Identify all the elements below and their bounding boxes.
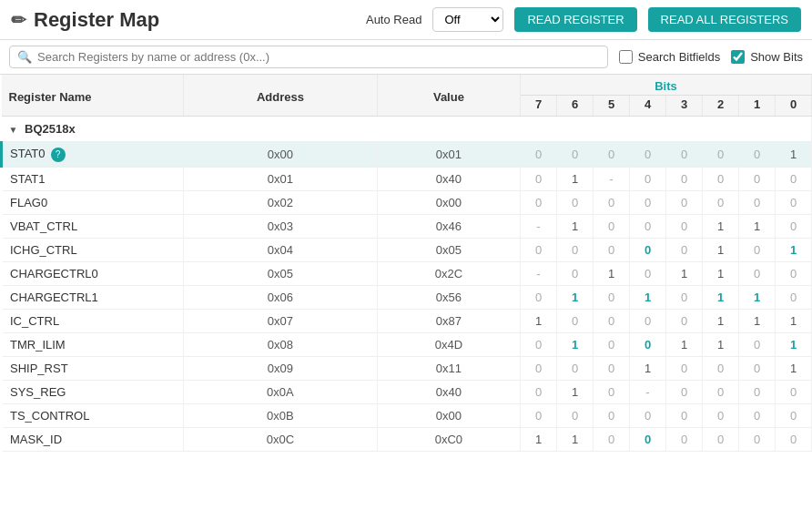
group-label: ▼ BQ2518x xyxy=(2,117,812,142)
bit-value: 0 xyxy=(717,433,724,446)
bit-cell: 0 xyxy=(703,404,739,428)
reg-value: 0x05 xyxy=(377,239,520,262)
bit-value: 0 xyxy=(754,338,760,352)
bit-cell: 1 xyxy=(557,215,594,239)
search-input[interactable] xyxy=(37,50,600,64)
bit-value: 0 xyxy=(645,172,651,186)
table-row[interactable]: FLAG0 0x02 0x00 00000000 xyxy=(2,191,812,215)
bit-cell: 0 xyxy=(739,333,776,357)
table-row[interactable]: IC_CTRL 0x07 0x87 10000111 xyxy=(2,310,812,333)
bit-cell: 1 xyxy=(666,333,703,357)
bit-cell: 0 xyxy=(739,239,776,262)
table-row[interactable]: TMR_ILIM 0x08 0x4D 01001101 xyxy=(2,333,812,357)
bit-value: 0 xyxy=(608,362,614,375)
bit-cell: 0 xyxy=(630,239,666,262)
bit-cell: 1 xyxy=(630,286,666,310)
bit-cell: 0 xyxy=(776,168,812,191)
reg-address: 0x06 xyxy=(184,286,378,310)
table-row[interactable]: CHARGECTRL1 0x06 0x56 01010110 xyxy=(2,286,812,310)
bit-cell: 0 xyxy=(594,404,630,428)
bit-value: 0 xyxy=(645,243,651,257)
bit-col-0: 0 xyxy=(776,96,812,117)
bit-cell: 0 xyxy=(630,404,666,428)
bit-value: 1 xyxy=(790,314,797,328)
bit-cell: 1 xyxy=(557,381,594,404)
bit-value: 0 xyxy=(717,385,724,399)
bit-value: 1 xyxy=(572,172,578,186)
bit-value: 0 xyxy=(608,148,614,161)
bit-cell: 0 xyxy=(703,357,739,381)
bit-col-6: 6 xyxy=(557,96,594,117)
bit-cell: 0 xyxy=(739,404,776,428)
reg-address: 0x03 xyxy=(184,215,378,239)
bit-value: 1 xyxy=(645,290,651,304)
table-row[interactable]: SHIP_RST 0x09 0x11 00010001 xyxy=(2,357,812,381)
bit-value: 0 xyxy=(681,243,687,257)
bit-value: 0 xyxy=(717,172,724,186)
search-container: 🔍 xyxy=(9,46,608,68)
search-bitfields-checkbox[interactable] xyxy=(619,50,633,64)
table-row[interactable]: MASK_ID 0x0C 0xC0 11000000 xyxy=(2,428,812,452)
read-register-button[interactable]: READ REGISTER xyxy=(514,7,636,32)
table-row[interactable]: STAT0? 0x00 0x01 00000001 xyxy=(2,142,812,168)
bit-cell: 0 xyxy=(557,239,594,262)
read-all-registers-button[interactable]: READ ALL REGISTERS xyxy=(648,7,801,32)
triangle-icon: ▼ xyxy=(9,125,18,135)
bit-value: - xyxy=(645,385,649,399)
bit-cell: 0 xyxy=(630,168,666,191)
table-row[interactable]: CHARGECTRL0 0x05 0x2C -0101100 xyxy=(2,262,812,286)
table-row[interactable]: TS_CONTROL 0x0B 0x00 00000000 xyxy=(2,404,812,428)
reg-name: ICHG_CTRL xyxy=(2,239,184,262)
bit-cell: 0 xyxy=(557,357,594,381)
bit-cell: 1 xyxy=(557,333,594,357)
auto-read-select[interactable]: Off 100ms 500ms 1s 5s xyxy=(432,7,503,32)
bit-cell: 0 xyxy=(630,262,666,286)
table-row[interactable]: ICHG_CTRL 0x04 0x05 00000101 xyxy=(2,239,812,262)
help-icon[interactable]: ? xyxy=(51,148,66,162)
bit-cell: 0 xyxy=(666,381,703,404)
bit-cell: 1 xyxy=(521,428,557,452)
bit-cell: 0 xyxy=(739,262,776,286)
bit-cell: 0 xyxy=(739,381,776,404)
search-icon: 🔍 xyxy=(17,50,32,64)
reg-value: 0x00 xyxy=(377,404,520,428)
bit-value: 0 xyxy=(645,314,651,328)
reg-value: 0x40 xyxy=(377,381,520,404)
bit-cell: 1 xyxy=(703,215,739,239)
table-row[interactable]: VBAT_CTRL 0x03 0x46 -1000110 xyxy=(2,215,812,239)
show-bits-label[interactable]: Show Bits xyxy=(750,50,803,64)
show-bits-checkbox[interactable] xyxy=(731,50,745,64)
search-bitfields-label[interactable]: Search Bitfields xyxy=(638,50,720,64)
bit-cell: 0 xyxy=(594,357,630,381)
bit-value: 1 xyxy=(717,338,724,352)
group-name: BQ2518x xyxy=(25,122,76,136)
bit-value: 0 xyxy=(608,338,614,352)
bit-cell: 0 xyxy=(594,381,630,404)
reg-address: 0x0A xyxy=(184,381,378,404)
group-row-bq2518x[interactable]: ▼ BQ2518x xyxy=(2,117,812,142)
reg-address: 0x05 xyxy=(184,262,378,286)
bit-cell: 0 xyxy=(703,168,739,191)
bit-cell: 1 xyxy=(703,286,739,310)
bit-value: 1 xyxy=(535,314,542,328)
bit-cell: 0 xyxy=(557,262,594,286)
bit-cell: 0 xyxy=(521,333,557,357)
bit-cell: 0 xyxy=(666,239,703,262)
bit-cell: 1 xyxy=(776,333,812,357)
bit-value: 0 xyxy=(535,243,542,257)
bit-value: 0 xyxy=(608,219,614,233)
bit-cell: 1 xyxy=(776,142,812,168)
bit-cell: 0 xyxy=(594,191,630,215)
bit-cell: 0 xyxy=(557,191,594,215)
bit-value: 0 xyxy=(572,196,578,209)
reg-value: 0x01 xyxy=(377,142,520,168)
bit-col-7: 7 xyxy=(521,96,557,117)
reg-value: 0x4D xyxy=(377,333,520,357)
bit-value: 0 xyxy=(535,385,542,399)
bit-value: 0 xyxy=(790,433,797,446)
reg-name: CHARGECTRL1 xyxy=(2,286,184,310)
table-row[interactable]: STAT1 0x01 0x40 01-00000 xyxy=(2,168,812,191)
table-row[interactable]: SYS_REG 0x0A 0x40 010-0000 xyxy=(2,381,812,404)
bit-cell: 0 xyxy=(521,357,557,381)
bit-cell: 0 xyxy=(521,381,557,404)
